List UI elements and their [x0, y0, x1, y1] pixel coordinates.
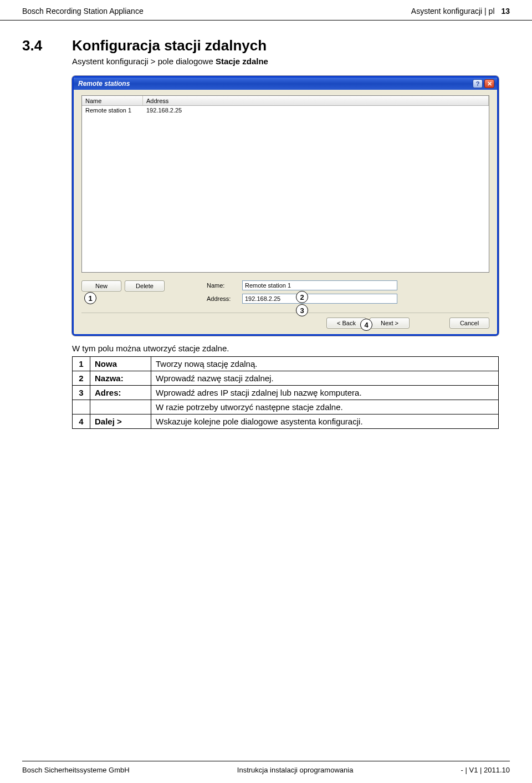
footer-left: Bosch Sicherheitssysteme GmbH: [22, 766, 130, 774]
section-number: 3.4: [22, 37, 50, 54]
cancel-button[interactable]: Cancel: [449, 318, 489, 329]
reference-table: 1 Nowa Tworzy nową stację zdalną. 2 Nazw…: [72, 356, 499, 429]
name-label: Name:: [207, 282, 238, 289]
col-address[interactable]: Address: [143, 96, 489, 105]
header-right: Asystent konfiguracji | pl 13: [411, 7, 510, 16]
table-row: 1 Nowa Tworzy nową stację zdalną.: [73, 357, 499, 371]
callout-2: 2: [296, 291, 308, 303]
dialog-title: Remote stations: [78, 80, 130, 88]
callout-3: 3: [296, 304, 308, 316]
new-button[interactable]: New: [81, 280, 121, 291]
footer-center: Instrukcja instalacji oprogramowania: [237, 766, 354, 774]
next-button[interactable]: Next >: [370, 318, 410, 329]
table-row: 3 Adres: Wprowadź adres IP stacji zdalne…: [73, 386, 499, 400]
row-name: Remote station 1: [82, 107, 143, 114]
col-name[interactable]: Name: [82, 96, 143, 105]
breadcrumb: Asystent konfiguracji > pole dialogowe S…: [72, 57, 510, 66]
delete-button[interactable]: Delete: [125, 280, 165, 291]
footer-right: - | V1 | 2011.10: [461, 766, 510, 774]
remote-stations-dialog: Remote stations ? ✕ Name Address Remote …: [72, 76, 499, 336]
page-footer: Bosch Sicherheitssysteme GmbH Instrukcja…: [22, 761, 510, 774]
list-header: Name Address: [82, 96, 489, 106]
help-icon[interactable]: ?: [473, 79, 483, 88]
table-row: W razie potrzeby utworzyć następne stacj…: [73, 400, 499, 414]
dialog-titlebar: Remote stations ? ✕: [74, 78, 497, 90]
row-address: 192.168.2.25: [143, 107, 489, 114]
section-title: Konfiguracja stacji zdalnych: [72, 37, 267, 54]
figure-caption: W tym polu można utworzyć stacje zdalne.: [72, 344, 510, 353]
callout-1: 1: [84, 292, 96, 304]
callout-4: 4: [360, 319, 372, 331]
header-left: Bosch Recording Station Appliance: [22, 7, 144, 16]
page-header: Bosch Recording Station Appliance Asyste…: [0, 0, 532, 21]
address-label: Address:: [207, 295, 238, 302]
page-number: 13: [501, 7, 510, 16]
name-input[interactable]: [242, 280, 397, 290]
screenshot-figure: Remote stations ? ✕ Name Address Remote …: [72, 76, 499, 336]
address-input[interactable]: [242, 294, 397, 304]
table-row: 4 Dalej > Wskazuje kolejne pole dialogow…: [73, 414, 499, 429]
list-item[interactable]: Remote station 1 192.168.2.25: [82, 106, 489, 115]
table-row: 2 Nazwa: Wprowadź nazwę stacji zdalnej.: [73, 371, 499, 386]
close-icon[interactable]: ✕: [484, 79, 494, 88]
remote-stations-list[interactable]: Name Address Remote station 1 192.168.2.…: [81, 95, 489, 273]
